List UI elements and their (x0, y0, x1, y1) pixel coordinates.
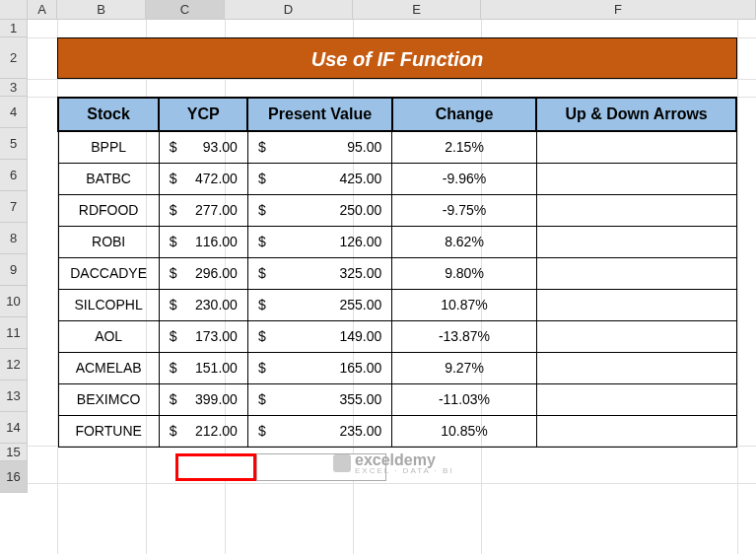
row-header[interactable]: 2 (0, 37, 28, 79)
row-header[interactable]: 14 (0, 412, 28, 444)
cell-arrows[interactable] (536, 320, 736, 352)
row-header[interactable]: 5 (0, 128, 28, 160)
row-header[interactable]: 9 (0, 254, 28, 286)
cell-ycp[interactable]: $230.00 (159, 289, 247, 320)
cell-arrows[interactable] (536, 415, 736, 447)
col-header-D[interactable]: D (225, 0, 353, 19)
row-header[interactable]: 1 (0, 20, 28, 37)
row-header[interactable]: 6 (0, 160, 28, 191)
cell-stock[interactable]: SILCOPHL (58, 289, 159, 320)
row-header[interactable]: 13 (0, 381, 28, 412)
cell-stock[interactable]: BPPL (58, 131, 159, 163)
col-header-F[interactable]: F (481, 0, 756, 19)
cell-change[interactable]: 9.80% (392, 257, 536, 289)
cell-ycp[interactable]: $212.00 (159, 415, 247, 447)
col-header-E[interactable]: E (353, 0, 481, 19)
cell-change[interactable]: 8.62% (392, 226, 536, 257)
th-ycp[interactable]: YCP (159, 98, 247, 131)
cell-present-value[interactable]: $149.00 (247, 320, 391, 352)
cell-stock[interactable]: BATBC (58, 163, 159, 194)
cell-change[interactable]: 9.27% (392, 352, 536, 383)
cell-present-value[interactable]: $325.00 (247, 257, 391, 289)
table-row: DACCADYE$296.00$325.009.80% (58, 257, 736, 289)
cell-change[interactable]: 2.15% (392, 131, 536, 163)
cell-present-value[interactable]: $126.00 (247, 226, 391, 257)
table-row: FORTUNE$212.00$235.0010.85% (58, 415, 736, 447)
cell-arrows[interactable] (536, 163, 736, 194)
page-title: Use of IF Function (57, 37, 737, 79)
cell-arrows[interactable] (536, 289, 736, 320)
table-row: BATBC$472.00$425.00-9.96% (58, 163, 736, 194)
cell-stock[interactable]: ACMELAB (58, 352, 159, 383)
cell-arrows[interactable] (536, 383, 736, 415)
row-header[interactable]: 4 (0, 97, 28, 128)
cell-stock[interactable]: FORTUNE (58, 415, 159, 447)
table-row: SILCOPHL$230.00$255.0010.87% (58, 289, 736, 320)
cell-stock[interactable]: AOL (58, 320, 159, 352)
data-table: Stock YCP Present Value Change Up & Down… (57, 97, 737, 448)
table-row: BPPL$93.00$95.002.15% (58, 131, 736, 163)
cell-ycp[interactable]: $277.00 (159, 194, 247, 226)
cell-change[interactable]: -13.87% (392, 320, 536, 352)
row-header[interactable]: 12 (0, 349, 28, 381)
row-header[interactable]: 7 (0, 191, 28, 223)
cell-present-value[interactable]: $250.00 (247, 194, 391, 226)
th-stock[interactable]: Stock (58, 98, 159, 131)
row-headers: 1 2 3 4 5 6 7 8 9 10 11 12 13 14 15 16 (0, 20, 28, 493)
cell-arrows[interactable] (536, 226, 736, 257)
cell-ycp[interactable]: $173.00 (159, 320, 247, 352)
cell-arrows[interactable] (536, 352, 736, 383)
col-header-A[interactable]: A (28, 0, 57, 19)
cell-change[interactable]: 10.87% (392, 289, 536, 320)
cell-present-value[interactable]: $425.00 (247, 163, 391, 194)
row-header[interactable]: 15 (0, 444, 28, 461)
spreadsheet-grid: A B C D E F 1 2 3 4 5 6 7 8 9 10 11 12 1… (0, 0, 756, 554)
cell-arrows[interactable] (536, 194, 736, 226)
th-pv[interactable]: Present Value (247, 98, 391, 131)
sheet-area[interactable]: Use of IF Function Stock YCP Present Val… (28, 20, 756, 554)
table-row: ROBI$116.00$126.008.62% (58, 226, 736, 257)
cell-present-value[interactable]: $165.00 (247, 352, 391, 383)
table-row: ACMELAB$151.00$165.009.27% (58, 352, 736, 383)
cell-stock[interactable]: DACCADYE (58, 257, 159, 289)
cell-change[interactable]: -9.75% (392, 194, 536, 226)
table-header-row: Stock YCP Present Value Change Up & Down… (58, 98, 736, 131)
row-header[interactable]: 10 (0, 286, 28, 317)
cell-present-value[interactable]: $235.00 (247, 415, 391, 447)
cell-present-value[interactable]: $95.00 (247, 131, 391, 163)
th-change[interactable]: Change (392, 98, 536, 131)
cell-stock[interactable]: BEXIMCO (58, 383, 159, 415)
cell-stock[interactable]: ROBI (58, 226, 159, 257)
cell-change[interactable]: 10.85% (392, 415, 536, 447)
watermark-logo-icon (333, 454, 351, 472)
column-headers: A B C D E F (0, 0, 756, 20)
col-header-C[interactable]: C (146, 0, 225, 19)
table-row: RDFOOD$277.00$250.00-9.75% (58, 194, 736, 226)
table-row: BEXIMCO$399.00$355.00-11.03% (58, 383, 736, 415)
th-arrows[interactable]: Up & Down Arrows (536, 98, 736, 131)
cell-ycp[interactable]: $472.00 (159, 163, 247, 194)
selected-cell-highlight[interactable] (175, 453, 256, 481)
cell-ycp[interactable]: $151.00 (159, 352, 247, 383)
cell-ycp[interactable]: $116.00 (159, 226, 247, 257)
row-header[interactable]: 8 (0, 223, 28, 254)
watermark: exceldemy EXCEL · DATA · BI (333, 451, 454, 475)
row-header[interactable]: 3 (0, 79, 28, 97)
cell-arrows[interactable] (536, 257, 736, 289)
cell-present-value[interactable]: $355.00 (247, 383, 391, 415)
cell-arrows[interactable] (536, 131, 736, 163)
cell-stock[interactable]: RDFOOD (58, 194, 159, 226)
row-header[interactable]: 16 (0, 461, 28, 493)
cell-ycp[interactable]: $296.00 (159, 257, 247, 289)
cell-change[interactable]: -9.96% (392, 163, 536, 194)
select-all-corner[interactable] (0, 0, 28, 19)
cell-present-value[interactable]: $255.00 (247, 289, 391, 320)
cell-ycp[interactable]: $399.00 (159, 383, 247, 415)
col-header-B[interactable]: B (57, 0, 146, 19)
cell-change[interactable]: -11.03% (392, 383, 536, 415)
cell-ycp[interactable]: $93.00 (159, 131, 247, 163)
row-header[interactable]: 11 (0, 317, 28, 349)
table-row: AOL$173.00$149.00-13.87% (58, 320, 736, 352)
watermark-subtitle: EXCEL · DATA · BI (355, 466, 454, 475)
